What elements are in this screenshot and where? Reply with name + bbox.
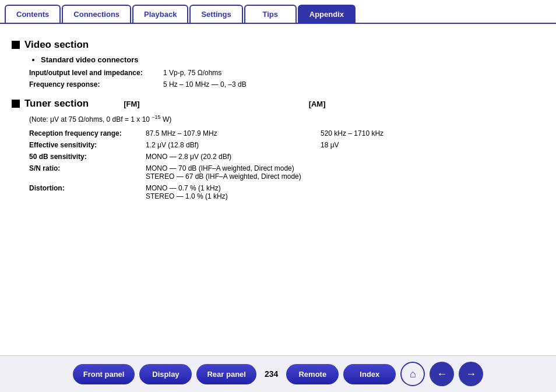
spec-value-freq: 5 Hz – 10 MHz — 0, –3 dB (163, 80, 556, 89)
tuner-note: (Note: μV at 75 Ω/ohms, 0 dBf = 1 x 10 −… (29, 114, 544, 123)
page-number: 234 (261, 369, 281, 379)
tuner-am-reception: 520 kHz – 1710 kHz (321, 129, 383, 137)
home-button[interactable]: ⌂ (400, 362, 425, 386)
tuner-fm-distortion: MONO — 0.7 % (1 kHz) STEREO — 1.0 % (1 k… (146, 184, 321, 200)
tab-contents[interactable]: Contents (5, 5, 61, 23)
spec-label-freq: Frequency response: (29, 80, 163, 89)
remote-button[interactable]: Remote (286, 364, 339, 384)
back-button[interactable]: ← (430, 362, 454, 386)
video-section-title: Video section (24, 39, 89, 51)
tab-appendix[interactable]: Appendix (298, 5, 356, 23)
tuner-section-title: Tuner section (24, 98, 89, 110)
spec-value-io: 1 Vp-p, 75 Ω/ohms (163, 69, 556, 77)
spec-label-io: Input/output level and impedance: (29, 69, 163, 77)
tuner-label-50db: 50 dB sensitivity: (29, 153, 146, 161)
tuner-fm-reception: 87.5 MHz – 107.9 MHz (146, 129, 321, 137)
tuner-fm-sn: MONO — 70 dB (IHF–A weighted, Direct mod… (146, 164, 321, 181)
rear-panel-button[interactable]: Rear panel (196, 364, 256, 384)
tuner-row-50db: 50 dB sensitivity: MONO — 2.8 μV (20.2 d… (29, 153, 544, 161)
tab-tips[interactable]: Tips (244, 5, 297, 23)
tab-playback[interactable]: Playback (132, 5, 188, 23)
tuner-row-sn: S/N ratio: MONO — 70 dB (IHF–A weighted,… (29, 164, 544, 181)
spec-row-io: Input/output level and impedance: 1 Vp-p… (29, 69, 556, 77)
nav-tabs: Contents Connections Playback Settings T… (0, 0, 556, 24)
tuner-section-header: Tuner section [FM] [AM] (12, 98, 544, 110)
bottom-nav: Front panel Display Rear panel 234 Remot… (0, 355, 556, 392)
tab-connections[interactable]: Connections (62, 5, 131, 23)
tuner-am-sensitivity: 18 μV (321, 141, 339, 149)
tuner-row-reception: Reception frequency range: 87.5 MHz – 10… (29, 129, 544, 137)
tuner-label-sensitivity: Effective sensitivity: (29, 141, 146, 149)
tuner-row-distortion: Distortion: MONO — 0.7 % (1 kHz) STEREO … (29, 184, 544, 200)
video-spec-table: Input/output level and impedance: 1 Vp-p… (29, 69, 556, 89)
forward-button[interactable]: → (459, 362, 483, 386)
tab-settings[interactable]: Settings (189, 5, 242, 23)
display-button[interactable]: Display (139, 364, 192, 384)
tuner-section-icon (12, 100, 20, 108)
am-label: [AM] (309, 100, 326, 108)
front-panel-button[interactable]: Front panel (73, 364, 135, 384)
tuner-label-reception: Reception frequency range: (29, 129, 146, 137)
tuner-fm-sensitivity: 1.2 μV (12.8 dBf) (146, 141, 321, 149)
index-button[interactable]: Index (343, 364, 396, 384)
tuner-label-distortion: Distortion: (29, 184, 146, 192)
tuner-fm-50db: MONO — 2.8 μV (20.2 dBf) (146, 153, 321, 161)
video-sub-bullet: Standard video connectors (41, 55, 544, 64)
tuner-label-sn: S/N ratio: (29, 164, 146, 172)
tuner-row-sensitivity: Effective sensitivity: 1.2 μV (12.8 dBf)… (29, 141, 544, 149)
tuner-spec-table: Reception frequency range: 87.5 MHz – 10… (29, 129, 544, 200)
video-section-icon (12, 41, 20, 49)
main-content: Video section Standard video connectors … (0, 24, 556, 210)
spec-row-freq: Frequency response: 5 Hz – 10 MHz — 0, –… (29, 80, 556, 89)
fm-label: [FM] (124, 100, 139, 108)
video-section-header: Video section (12, 39, 544, 51)
